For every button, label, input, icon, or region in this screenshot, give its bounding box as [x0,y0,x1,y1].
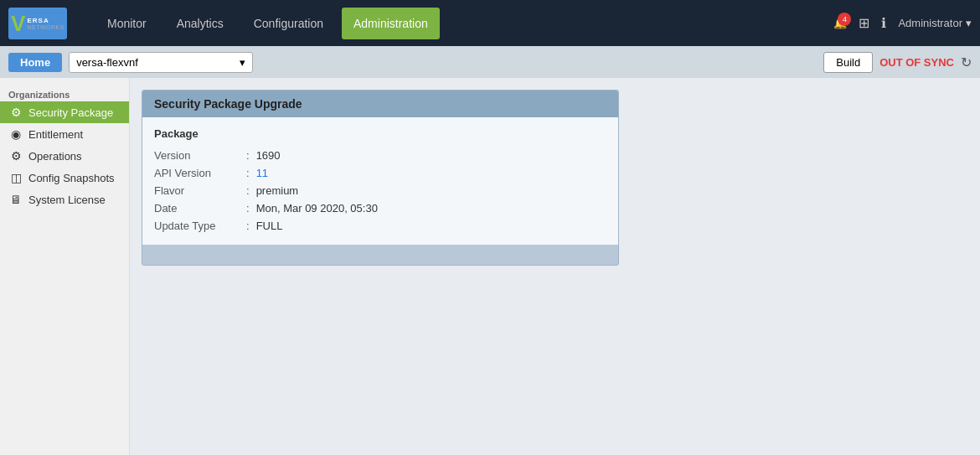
sidebar-item-label-security: Security Package [28,106,113,119]
field-row-flavor: Flavor : premium [154,182,606,199]
build-button[interactable]: Build [823,52,873,73]
logo-area: V ERSA NETWORKS [8,8,67,39]
sub-header-actions: Build OUT OF SYNC ↻ [823,52,972,73]
content-panel: Security Package Upgrade Package Version… [130,78,980,455]
system-license-icon: 🖥 [8,193,23,206]
logo-networks-text: NETWORKS [27,24,64,30]
config-snapshots-icon: ◫ [8,171,23,184]
logo: V ERSA NETWORKS [8,8,67,39]
main-nav: Monitor Analytics Configuration Administ… [92,0,833,46]
card-footer [142,245,618,265]
card-body: Package Version : 1690 API Version : 11 … [142,117,618,245]
nav-analytics[interactable]: Analytics [162,0,239,46]
admin-menu[interactable]: Administrator ▾ [898,17,972,29]
operations-icon: ⚙ [8,149,23,163]
header-right: 🔔 4 ⊞ ℹ Administrator ▾ [833,15,972,31]
flavor-value: premium [256,184,299,197]
version-label: Version [154,149,246,162]
update-type-label: Update Type [154,220,246,232]
chevron-down-icon: ▾ [966,17,972,29]
api-version-value[interactable]: 11 [256,167,268,179]
sidebar-item-operations[interactable]: ⚙ Operations [0,145,129,167]
logo-v-icon: V [11,13,25,34]
sidebar-item-label-operations: Operations [28,150,82,163]
sidebar-item-label-license: System License [28,194,106,206]
api-version-label: API Version [154,167,246,179]
entitlement-icon: ◉ [8,127,23,141]
date-value: Mon, Mar 09 2020, 05:30 [256,202,378,215]
grid-icon[interactable]: ⊞ [859,15,869,31]
sidebar-item-system-license[interactable]: 🖥 System License [0,189,129,210]
sidebar-item-label-entitlement: Entitlement [28,128,83,141]
security-package-icon: ⚙ [8,106,23,119]
card-header: Security Package Upgrade [142,90,618,117]
logo-versa-text: ERSA [27,17,64,24]
top-header: V ERSA NETWORKS Monitor Analytics Config… [0,0,980,46]
flavor-label: Flavor [154,184,246,197]
field-row-api-version: API Version : 11 [154,164,606,182]
field-row-version: Version : 1690 [154,147,606,164]
main-content: Organizations ⚙ Security Package ◉ Entit… [0,78,980,455]
card-title: Security Package Upgrade [154,97,302,111]
sidebar-item-config-snapshots[interactable]: ◫ Config Snapshots [0,167,129,189]
flavor-sep: : [246,184,250,197]
info-icon[interactable]: ℹ [881,15,886,31]
sidebar-item-entitlement[interactable]: ◉ Entitlement [0,123,129,145]
admin-label-text: Administrator [898,17,962,29]
version-sep: : [246,149,250,162]
nav-administration[interactable]: Administration [342,8,440,39]
field-row-date: Date : Mon, Mar 09 2020, 05:30 [154,199,606,217]
nav-configuration[interactable]: Configuration [239,0,338,46]
notification-count: 4 [838,13,851,26]
nav-monitor[interactable]: Monitor [92,0,162,46]
device-dropdown[interactable]: versa-flexvnf ▾ [69,52,253,73]
notification-bell[interactable]: 🔔 4 [833,17,847,29]
version-value: 1690 [256,149,281,162]
out-of-sync-status: OUT OF SYNC [879,56,954,69]
field-row-update-type: Update Type : FULL [154,217,606,235]
api-version-sep: : [246,167,250,179]
refresh-icon[interactable]: ↻ [961,54,972,70]
home-button[interactable]: Home [8,53,62,72]
date-sep: : [246,202,250,215]
date-label: Date [154,202,246,215]
security-package-card: Security Package Upgrade Package Version… [142,90,619,266]
sidebar: Organizations ⚙ Security Package ◉ Entit… [0,78,130,455]
sidebar-section-label: Organizations [0,85,129,101]
sidebar-item-label-snapshots: Config Snapshots [28,172,115,184]
sub-header: Home versa-flexvnf ▾ Build OUT OF SYNC ↻ [0,46,980,78]
update-type-sep: : [246,220,250,232]
device-value: versa-flexvnf [76,56,138,69]
package-section-label: Package [154,127,606,140]
update-type-value: FULL [256,220,283,232]
dropdown-arrow-icon: ▾ [240,56,245,69]
sidebar-item-security-package[interactable]: ⚙ Security Package [0,101,129,123]
